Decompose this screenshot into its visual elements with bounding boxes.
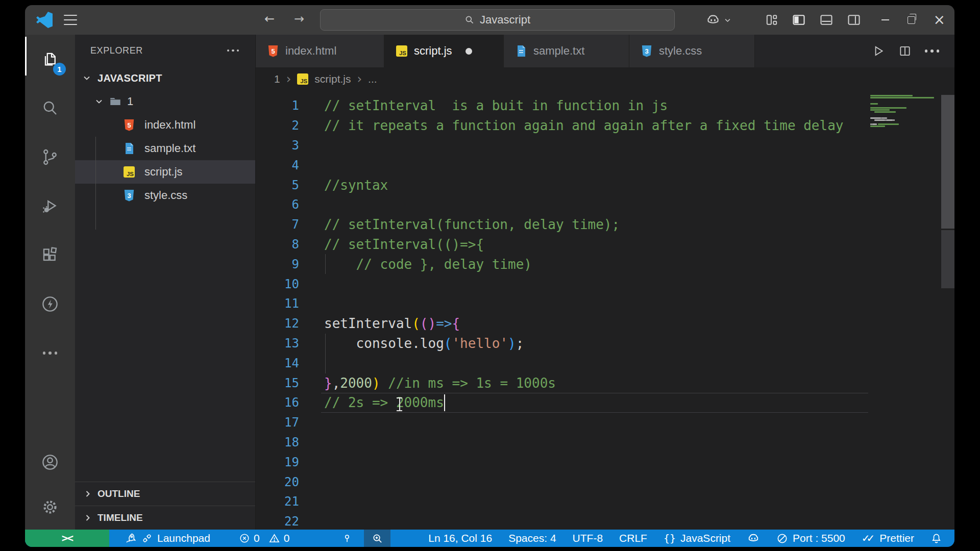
navigate-forward-icon[interactable]: → <box>290 12 308 26</box>
file-tree-item-style.css[interactable]: 3style.css <box>75 184 255 207</box>
toggle-panel-icon[interactable] <box>819 13 834 27</box>
navigate-back-icon[interactable]: ← <box>261 12 278 26</box>
notifications-status[interactable] <box>930 533 942 544</box>
editor-group: 5index.htmlJSscript.jssample.txt3style.c… <box>256 35 954 530</box>
tab-sample.txt[interactable]: sample.txt <box>504 35 629 67</box>
line-number: 4 <box>263 155 299 175</box>
remote-indicator[interactable]: >< <box>25 530 109 547</box>
toggle-primary-sidebar-icon[interactable] <box>792 13 806 27</box>
search-value: Javascript <box>480 13 530 27</box>
chevron-right-icon <box>83 489 92 498</box>
activity-source-control[interactable] <box>25 133 75 182</box>
copilot-status[interactable] <box>747 532 760 545</box>
tab-index.html[interactable]: 5index.html <box>256 35 384 67</box>
tree-indent-guide <box>95 137 96 230</box>
activity-explorer[interactable]: 1 <box>25 35 75 84</box>
launchpad-status[interactable]: Launchpad <box>125 532 210 544</box>
activity-search[interactable] <box>25 84 75 133</box>
file-tree-item-index.html[interactable]: 5index.html <box>75 113 255 137</box>
title-bar: ← → Javascript <box>25 5 954 35</box>
workspace-name: JAVASCRIPT <box>97 72 162 84</box>
broadcast-status[interactable] <box>341 533 353 544</box>
modified-dot-icon[interactable] <box>465 48 472 55</box>
outline-section[interactable]: OUTLINE <box>75 482 255 506</box>
minimap-line <box>870 97 934 98</box>
restore-button[interactable] <box>908 16 915 24</box>
tab-label: sample.txt <box>533 44 584 58</box>
activity-more-actions[interactable] <box>25 329 75 378</box>
problems-status[interactable]: 0 0 <box>239 532 295 544</box>
minimize-button[interactable] <box>881 19 889 20</box>
editor-more-actions-icon[interactable] <box>925 49 940 53</box>
activity-live-server[interactable] <box>25 280 75 329</box>
file-name: script.js <box>144 165 183 179</box>
activity-settings[interactable] <box>25 485 75 530</box>
minimap[interactable] <box>870 91 935 530</box>
code-line: //syntax <box>324 175 388 195</box>
bell-icon <box>930 533 942 544</box>
indentation-label: Spaces: 4 <box>508 532 556 544</box>
line-number: 21 <box>263 492 299 512</box>
section-label: OUTLINE <box>97 488 140 499</box>
breadcrumb-separator: › <box>286 72 291 86</box>
run-file-icon[interactable] <box>872 44 885 58</box>
scrollbar-thumb[interactable] <box>941 95 954 229</box>
tab-style.css[interactable]: 3style.css <box>629 35 755 67</box>
code-line: // 2s => 2000ms <box>324 393 444 413</box>
minimap-line <box>870 109 890 111</box>
search-icon <box>464 15 475 25</box>
minimap-line <box>874 119 885 121</box>
breadcrumb[interactable]: 1 › JS script.js › ... <box>256 67 954 91</box>
screencast-zoom-status[interactable] <box>364 530 390 547</box>
line-number: 3 <box>263 136 299 156</box>
eol-status[interactable]: CRLF <box>619 532 647 544</box>
indentation-status[interactable]: Spaces: 4 <box>508 532 556 544</box>
code-line: // setInterval(function, delay time); <box>324 215 620 235</box>
close-button[interactable]: × <box>934 15 945 25</box>
minimap-line <box>876 123 877 125</box>
indent-guide <box>325 334 326 373</box>
account-icon <box>40 453 60 472</box>
tab-script.js[interactable]: JSscript.js <box>384 35 504 67</box>
cursor-position-status[interactable]: Ln 16, Col 16 <box>428 532 492 544</box>
explorer-more-actions-icon[interactable] <box>227 49 239 52</box>
tab-label: index.html <box>285 44 336 58</box>
command-center-search[interactable]: Javascript <box>320 9 675 31</box>
file-tree-item-script.js[interactable]: JSscript.js <box>75 160 255 184</box>
formatter-status[interactable]: ✓✓ Prettier <box>862 532 914 544</box>
breadcrumb-separator: › <box>357 72 362 86</box>
error-count: 0 <box>254 532 260 544</box>
breadcrumb-symbol[interactable]: ... <box>368 73 377 85</box>
file-tree-item-sample.txt[interactable]: sample.txt <box>75 137 255 160</box>
breadcrumb-file[interactable]: script.js <box>314 73 351 85</box>
workspace-root-row[interactable]: JAVASCRIPT <box>75 66 255 90</box>
activity-run-debug[interactable] <box>25 182 75 231</box>
breadcrumb-folder[interactable]: 1 <box>274 73 280 85</box>
indent-guide <box>325 254 326 274</box>
remote-icon: >< <box>62 532 72 544</box>
activity-bar: 1 <box>25 35 75 530</box>
antenna-icon <box>341 533 353 544</box>
split-editor-icon[interactable] <box>898 44 912 58</box>
copilot-menu[interactable] <box>705 12 731 28</box>
customize-layout-icon[interactable] <box>765 13 778 27</box>
run-debug-icon <box>41 197 59 215</box>
editor-scrollbar[interactable] <box>941 91 954 530</box>
txt-file-icon <box>123 142 135 155</box>
folder-row[interactable]: 1 <box>75 90 255 113</box>
language-status[interactable]: {} JavaScript <box>664 532 730 544</box>
timeline-section[interactable]: TIMELINE <box>75 506 255 530</box>
encoding-label: UTF-8 <box>573 532 603 544</box>
braces-icon: {} <box>664 532 676 544</box>
code-editor[interactable]: 12345678910111213141516171819202122 // s… <box>256 91 954 530</box>
menu-hamburger-icon[interactable] <box>64 15 77 25</box>
code-line: // setInterval is a buit in function in … <box>324 96 668 116</box>
toggle-secondary-sidebar-icon[interactable] <box>847 13 861 27</box>
port-status[interactable]: Port : 5500 <box>776 532 845 544</box>
eol-label: CRLF <box>619 532 647 544</box>
encoding-status[interactable]: UTF-8 <box>573 532 603 544</box>
line-number: 13 <box>263 334 299 354</box>
activity-account[interactable] <box>25 440 75 485</box>
activity-extensions[interactable] <box>25 231 75 280</box>
launchpad-label: Launchpad <box>157 532 210 544</box>
